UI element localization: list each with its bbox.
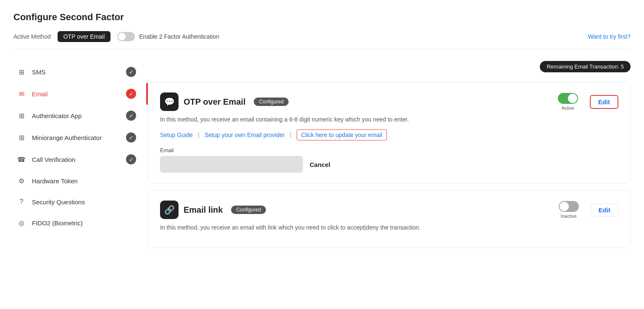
email-input-row: Cancel: [160, 156, 618, 173]
divider-1: |: [198, 131, 200, 139]
sidebar-label-hardware-token: Hardware Token: [32, 177, 78, 185]
sidebar-item-authenticator-app[interactable]: ⊞ Authenticator App ✓: [13, 105, 139, 127]
method-card-emaillink-header: 🔗 Email link Configured Inactive Edit: [160, 201, 618, 219]
email-link-title: Email link: [184, 205, 223, 215]
otp-email-toggle-status: Active: [562, 106, 574, 111]
sidebar-label-fido2: FIDO2 (Biometric): [32, 219, 83, 227]
email-link-configured-badge: Configured: [231, 206, 266, 214]
fido2-icon: ◎: [17, 218, 26, 227]
active-method-label: Active Method: [13, 33, 51, 40]
otp-email-toggle-area: Active: [558, 93, 578, 111]
email-link-toggle-area: Inactive: [559, 201, 579, 219]
security-questions-icon: ?: [17, 197, 26, 206]
email-icon: ✉: [17, 89, 26, 98]
sidebar-item-hardware-token[interactable]: ⚙ Hardware Token: [13, 170, 139, 191]
method-card-otp-header: 💬 OTP over Email Configured Active Edit: [160, 92, 618, 111]
email-section: Email Cancel: [160, 147, 618, 173]
email-field-label: Email: [160, 147, 618, 153]
sidebar-item-fido2[interactable]: ◎ FIDO2 (Biometric): [13, 212, 139, 233]
2fa-toggle-group: Enable 2 Factor Authentication: [117, 32, 219, 41]
2fa-toggle[interactable]: [117, 32, 135, 41]
hardware-token-icon: ⚙: [17, 176, 26, 185]
authenticator-app-icon: ⊞: [17, 111, 26, 120]
email-check-icon: ✓: [126, 89, 136, 99]
call-verification-check-icon: ✓: [126, 154, 136, 164]
update-email-link[interactable]: Click here to update your email: [297, 129, 387, 140]
call-verification-icon: ☎: [17, 155, 26, 164]
cancel-button[interactable]: Cancel: [310, 161, 330, 168]
divider-2: |: [290, 131, 292, 139]
header-bar: Active Method OTP over Email Enable 2 Fa…: [13, 31, 631, 49]
sidebar-label-miniorange: Miniorange Authenticator: [32, 134, 102, 141]
page-title: Configure Second Factor: [13, 12, 631, 23]
otp-email-description: In this method, you receive an email con…: [160, 116, 618, 123]
miniorange-check-icon: ✓: [126, 132, 136, 143]
miniorange-icon: ⊞: [17, 133, 26, 142]
sidebar-label-email: Email: [32, 90, 48, 98]
want-to-try-link[interactable]: Want to try first?: [588, 33, 631, 40]
setup-guide-link[interactable]: Setup Guide: [160, 132, 193, 138]
sidebar-item-email[interactable]: ✉ Email ✓: [13, 83, 139, 105]
email-link-method-icon: 🔗: [160, 201, 179, 219]
email-link-toggle[interactable]: [559, 201, 579, 212]
sidebar-item-sms[interactable]: ⊞ SMS ✓: [13, 61, 139, 83]
2fa-toggle-label: Enable 2 Factor Authentication: [139, 33, 219, 40]
otp-email-configured-badge: Configured: [254, 98, 289, 106]
method-card-email-link: 🔗 Email link Configured Inactive Edit In…: [148, 190, 631, 248]
email-input[interactable]: [160, 156, 303, 173]
sidebar-label-authenticator-app: Authenticator App: [32, 112, 81, 119]
sidebar-label-sms: SMS: [32, 69, 46, 76]
otp-email-toggle[interactable]: [558, 93, 578, 104]
remaining-badge: Remaining Email Transaction: 5: [540, 61, 631, 72]
sms-check-icon: ✓: [126, 67, 136, 77]
page-wrapper: Configure Second Factor Active Method OT…: [0, 0, 644, 309]
main-layout: ⊞ SMS ✓ ✉ Email ✓ ⊞ Authenticator App: [13, 61, 631, 296]
otp-email-edit-button[interactable]: Edit: [590, 95, 618, 109]
otp-email-method-icon: 💬: [160, 92, 179, 111]
sidebar-item-miniorange[interactable]: ⊞ Miniorange Authenticator ✓: [13, 127, 139, 148]
email-link-edit-button[interactable]: Edit: [591, 203, 618, 217]
setup-email-provider-link[interactable]: Setup your own Email provider: [205, 132, 285, 138]
method-card-otp-email: 💬 OTP over Email Configured Active Edit …: [148, 82, 631, 183]
otp-email-title: OTP over Email: [184, 97, 245, 107]
otp-email-links-row: Setup Guide | Setup your own Email provi…: [160, 129, 618, 140]
sidebar-item-call-verification[interactable]: ☎ Call Verification ✓: [13, 148, 139, 170]
email-link-toggle-status: Inactive: [561, 214, 577, 219]
content-area: Remaining Email Transaction: 5 💬 OTP ove…: [148, 61, 631, 296]
sidebar-label-call-verification: Call Verification: [32, 156, 75, 163]
sidebar: ⊞ SMS ✓ ✉ Email ✓ ⊞ Authenticator App: [13, 61, 148, 296]
active-method-badge: OTP over Email: [58, 31, 111, 42]
sms-icon: ⊞: [17, 67, 26, 77]
sidebar-label-security-questions: Security Questions: [32, 198, 85, 206]
authenticator-app-check-icon: ✓: [126, 111, 136, 121]
sidebar-item-security-questions[interactable]: ? Security Questions: [13, 191, 139, 212]
email-link-description: In this method, you receive an email wit…: [160, 224, 618, 231]
